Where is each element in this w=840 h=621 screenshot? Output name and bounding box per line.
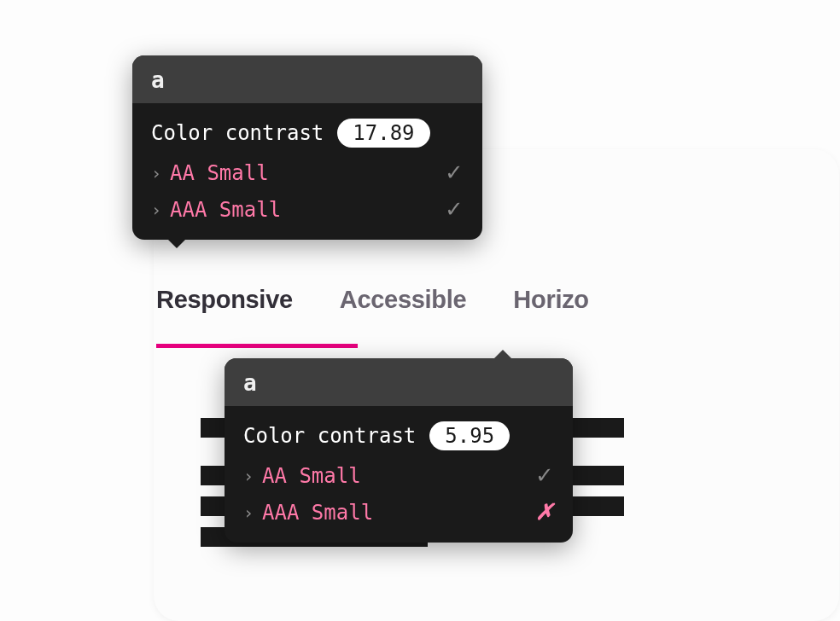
checkmark-icon: ✓ [445,160,464,186]
cross-icon: ✗ [535,499,554,525]
tab-responsive[interactable]: Responsive [156,286,293,338]
sample-text-icon: a [151,67,165,93]
contrast-tooltip: a Color contrast 5.95 › AA Small ✓ › AAA… [225,358,573,543]
chevron-right-icon: › [243,502,254,523]
contrast-check-row: › AAA Small ✗ [243,499,554,525]
check-text: AAA Small [170,198,281,222]
check-text: AA Small [262,464,361,488]
check-text: AAA Small [262,501,373,525]
contrast-tooltip: a Color contrast 17.89 › AA Small ✓ › AA… [132,55,482,240]
contrast-check-row: › AA Small ✓ [151,160,464,186]
contrast-check-label: › AAA Small [243,501,373,525]
contrast-check-label: › AAA Small [151,198,281,222]
chevron-right-icon: › [151,200,161,220]
tooltip-sample-header: a [132,55,482,103]
contrast-label: Color contrast [243,424,416,448]
contrast-value-badge: 17.89 [337,119,429,148]
tab-accessible[interactable]: Accessible [340,286,467,338]
chevron-right-icon: › [151,163,161,183]
checkmark-icon: ✓ [535,462,554,489]
sample-text-icon: a [243,370,257,396]
tooltip-sample-header: a [225,358,573,406]
tooltip-arrow-icon [166,238,187,248]
tooltip-arrow-icon [493,350,513,360]
contrast-check-row: › AAA Small ✓ [151,196,464,223]
checkmark-icon: ✓ [445,196,464,223]
check-text: AA Small [170,161,269,185]
contrast-check-label: › AA Small [243,464,361,488]
contrast-value-badge: 5.95 [429,421,510,450]
tab-horizontal[interactable]: Horizo [513,286,588,338]
tooltip-body: Color contrast 5.95 › AA Small ✓ › AAA S… [225,406,573,543]
tab-active-underline [156,344,358,348]
contrast-ratio-row: Color contrast 5.95 [243,421,554,450]
contrast-label: Color contrast [151,121,324,145]
chevron-right-icon: › [243,466,254,486]
contrast-check-row: › AA Small ✓ [243,462,554,489]
tooltip-body: Color contrast 17.89 › AA Small ✓ › AAA … [132,103,482,240]
tabs-row: Responsive Accessible Horizo [156,286,589,338]
contrast-check-label: › AA Small [151,161,269,185]
contrast-ratio-row: Color contrast 17.89 [151,119,464,148]
